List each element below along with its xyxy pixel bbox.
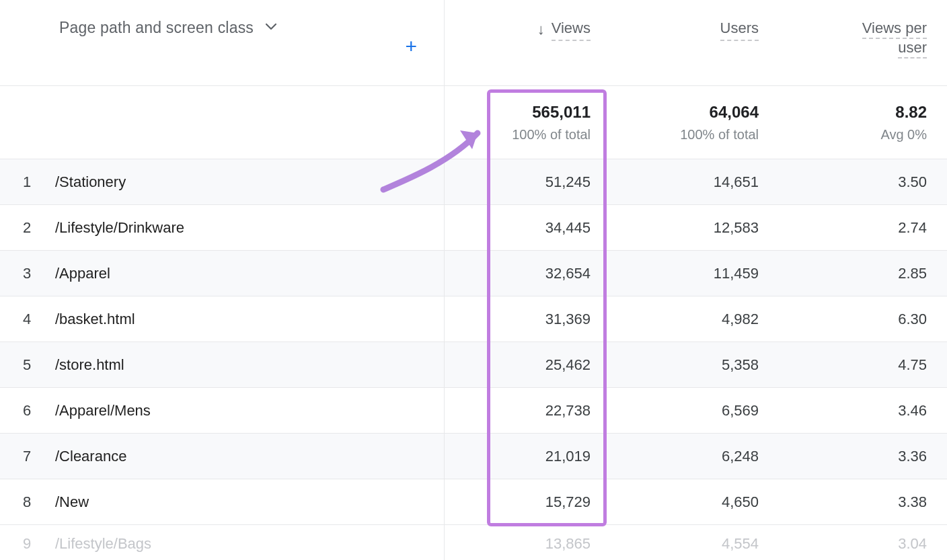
totals-row: 565,011 100% of total 64,064 100% of tot… (0, 86, 947, 159)
table-row[interactable]: 8/New15,7294,6503.38 (0, 479, 947, 524)
cell-views: 22,738 (444, 402, 591, 419)
table-row[interactable]: 4/basket.html31,3694,9826.30 (0, 296, 947, 342)
cell-users: 4,982 (591, 311, 759, 328)
row-index: 8 (23, 493, 55, 511)
cell-vpu: 2.85 (759, 265, 927, 282)
dimension-label: Page path and screen class (59, 19, 254, 37)
total-users-sub: 100% of total (680, 127, 759, 143)
cell-vpu: 3.46 (759, 402, 927, 419)
cell-views: 31,369 (444, 311, 591, 328)
table-body: 1/Stationery51,24514,6513.502/Lifestyle/… (0, 159, 947, 524)
sort-descending-icon: ↓ (537, 21, 545, 38)
cell-vpu: 6.30 (759, 311, 927, 328)
column-header-views-per-user[interactable]: Views per user (759, 19, 927, 57)
users-header-label: Users (720, 19, 759, 41)
cell-users: 5,358 (591, 356, 759, 374)
row-index: 4 (23, 311, 55, 328)
page-path: /Stationery (55, 173, 126, 191)
page-path: /Lifestyle/Bags (55, 535, 151, 553)
row-index: 6 (23, 402, 55, 419)
table-row[interactable]: 6/Apparel/Mens22,7386,5693.46 (0, 387, 947, 433)
page-path: /basket.html (55, 311, 135, 328)
cell-users: 14,651 (591, 173, 759, 191)
table-row[interactable]: 3/Apparel32,65411,4592.85 (0, 250, 947, 296)
cell-views: 25,462 (444, 356, 591, 374)
cell-vpu: 3.50 (759, 173, 927, 191)
cell-users: 6,569 (591, 402, 759, 419)
chevron-down-icon (266, 24, 276, 30)
row-index: 5 (23, 356, 55, 374)
cell-users: 4,554 (591, 535, 759, 553)
views-header-label: Views (552, 19, 591, 41)
total-views: 565,011 (532, 103, 591, 122)
cell-vpu: 4.75 (759, 356, 927, 374)
row-index: 1 (23, 173, 55, 191)
cell-views: 15,729 (444, 493, 591, 511)
cell-users: 11,459 (591, 265, 759, 282)
total-vpu: 8.82 (895, 103, 927, 122)
table-header: Page path and screen class + ↓ Views Use… (0, 0, 947, 86)
cell-vpu: 2.74 (759, 219, 927, 237)
page-path: /Clearance (55, 448, 126, 465)
cell-views: 21,019 (444, 448, 591, 465)
cell-vpu: 3.04 (759, 535, 927, 553)
vpu-header-label-1: Views per (862, 19, 927, 39)
row-index: 2 (23, 219, 55, 237)
table-row[interactable]: 5/store.html25,4625,3584.75 (0, 342, 947, 387)
vpu-header-label-2: user (898, 39, 927, 58)
cell-vpu: 3.38 (759, 493, 927, 511)
row-index: 9 (23, 535, 55, 553)
dimension-selector[interactable]: Page path and screen class (59, 19, 276, 37)
cell-users: 12,583 (591, 219, 759, 237)
table-row[interactable]: 1/Stationery51,24514,6513.50 (0, 159, 947, 204)
table-row[interactable]: 2/Lifestyle/Drinkware34,44512,5832.74 (0, 204, 947, 250)
page-path: /store.html (55, 356, 124, 374)
page-path: /Apparel (55, 265, 110, 282)
add-dimension-button[interactable]: + (405, 36, 417, 56)
cell-views: 51,245 (444, 173, 591, 191)
cell-views: 32,654 (444, 265, 591, 282)
total-users: 64,064 (710, 103, 759, 122)
cell-vpu: 3.36 (759, 448, 927, 465)
column-divider (444, 0, 445, 560)
page-path: /Lifestyle/Drinkware (55, 219, 184, 237)
row-index: 7 (23, 448, 55, 465)
column-header-views[interactable]: ↓ Views (444, 19, 591, 57)
table-row[interactable]: 9 /Lifestyle/Bags 13,865 4,554 3.04 (0, 524, 947, 560)
cell-users: 4,650 (591, 493, 759, 511)
table-row[interactable]: 7/Clearance21,0196,2483.36 (0, 433, 947, 479)
cell-views: 34,445 (444, 219, 591, 237)
cell-views: 13,865 (444, 535, 591, 553)
page-path: /Apparel/Mens (55, 402, 151, 419)
total-views-sub: 100% of total (512, 127, 591, 143)
total-vpu-sub: Avg 0% (880, 127, 927, 143)
page-path: /New (55, 493, 89, 511)
column-header-users[interactable]: Users (591, 19, 759, 57)
report-table: Page path and screen class + ↓ Views Use… (0, 0, 947, 560)
row-index: 3 (23, 265, 55, 282)
cell-users: 6,248 (591, 448, 759, 465)
